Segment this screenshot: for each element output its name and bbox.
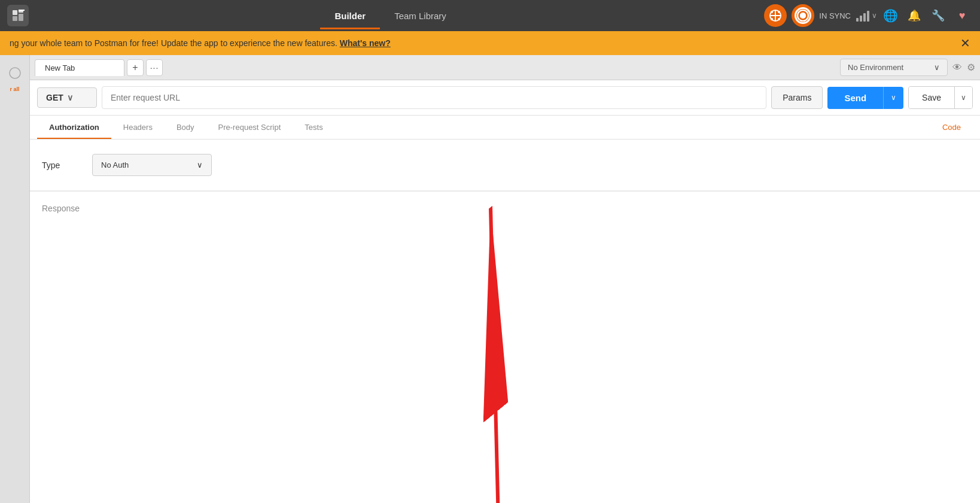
- more-tabs-button[interactable]: ···: [146, 59, 163, 76]
- svg-point-9: [778, 11, 780, 13]
- network-icon-button[interactable]: [764, 4, 787, 27]
- auth-type-dropdown[interactable]: No Auth ∨: [92, 154, 212, 176]
- sync-area: IN SYNC: [764, 4, 851, 27]
- svg-point-11: [778, 18, 780, 20]
- svg-point-13: [801, 13, 805, 18]
- sidebar-item-all[interactable]: r all: [2, 60, 28, 95]
- request-bar: GET ∨ Params Send ∨ Save ∨: [30, 80, 980, 116]
- save-button[interactable]: Save: [909, 87, 954, 108]
- svg-point-8: [771, 11, 773, 13]
- tab-bar: New Tab + ··· No Environment ∨ 👁 ⚙: [30, 55, 980, 80]
- settings-button[interactable]: ⚙: [967, 62, 975, 73]
- nav-center: Builder Team Library: [34, 2, 747, 29]
- new-tab-item[interactable]: New Tab: [35, 59, 124, 76]
- svg-point-16: [10, 68, 20, 78]
- tab-pre-request-script[interactable]: Pre-request Script: [206, 116, 293, 139]
- method-selector[interactable]: GET ∨: [37, 87, 97, 108]
- top-nav: Builder Team Library: [0, 0, 980, 31]
- svg-rect-2: [13, 16, 17, 21]
- content-area: New Tab + ··· No Environment ∨ 👁 ⚙ GET ∨…: [30, 55, 980, 503]
- response-section: Response: [30, 191, 980, 503]
- sync-radar-button[interactable]: [792, 4, 814, 27]
- main-layout: r all New Tab + ··· No Environment ∨ 👁 ⚙: [0, 55, 980, 503]
- svg-point-10: [771, 18, 773, 20]
- tab-tests[interactable]: Tests: [293, 116, 334, 139]
- notification-banner: ng your whole team to Postman for free! …: [0, 31, 980, 55]
- sidebar-label-all: r all: [10, 86, 19, 92]
- signal-bars: [856, 10, 869, 22]
- auth-type-row: Type No Auth ∨: [42, 154, 968, 176]
- nav-tab-builder[interactable]: Builder: [320, 2, 380, 29]
- auth-type-label: Type: [42, 160, 78, 170]
- svg-rect-0: [13, 10, 17, 15]
- tab-right: No Environment ∨ 👁 ⚙: [840, 59, 975, 76]
- bell-button[interactable]: 🔔: [903, 5, 925, 26]
- environment-dropdown[interactable]: No Environment ∨: [840, 59, 948, 76]
- url-input[interactable]: [102, 86, 766, 109]
- signal-bars-button[interactable]: ∨: [856, 5, 877, 26]
- code-button[interactable]: Code: [930, 116, 973, 139]
- response-label: Response: [42, 204, 968, 213]
- globe-button[interactable]: 🌐: [879, 5, 901, 26]
- bar4: [867, 11, 869, 22]
- bar2: [860, 16, 862, 22]
- sidebar-left: r all: [0, 55, 30, 503]
- tab-body[interactable]: Body: [165, 116, 206, 139]
- send-btn-group: Send ∨: [827, 87, 903, 109]
- svg-point-12: [798, 10, 808, 21]
- banner-text: ng your whole team to Postman for free! …: [10, 38, 391, 48]
- eye-button[interactable]: 👁: [952, 62, 962, 73]
- nav-right: ∨ 🌐 🔔 🔧 ♥: [856, 5, 973, 26]
- svg-point-14: [802, 15, 804, 17]
- heart-button[interactable]: ♥: [951, 5, 973, 26]
- sync-status-text: IN SYNC: [819, 11, 851, 20]
- tab-authorization[interactable]: Authorization: [37, 116, 111, 139]
- params-button[interactable]: Params: [771, 86, 823, 109]
- whats-new-link[interactable]: What's new?: [340, 38, 391, 48]
- request-tabs: Authorization Headers Body Pre-request S…: [30, 116, 980, 140]
- add-tab-button[interactable]: +: [127, 59, 144, 76]
- save-btn-group: Save ∨: [908, 86, 973, 109]
- signal-chevron: ∨: [872, 11, 877, 20]
- auth-section: Type No Auth ∨: [30, 140, 980, 191]
- send-button[interactable]: Send: [827, 87, 883, 109]
- tab-headers[interactable]: Headers: [111, 116, 165, 139]
- all-icon: [4, 62, 26, 84]
- banner-close-button[interactable]: ✕: [960, 37, 970, 49]
- bar1: [856, 18, 859, 22]
- send-dropdown-button[interactable]: ∨: [883, 87, 903, 109]
- logo-button[interactable]: [7, 5, 29, 26]
- save-dropdown-button[interactable]: ∨: [954, 87, 972, 108]
- bar3: [863, 13, 866, 22]
- wrench-button[interactable]: 🔧: [927, 5, 949, 26]
- nav-tab-team-library[interactable]: Team Library: [380, 2, 461, 29]
- svg-rect-3: [19, 14, 23, 21]
